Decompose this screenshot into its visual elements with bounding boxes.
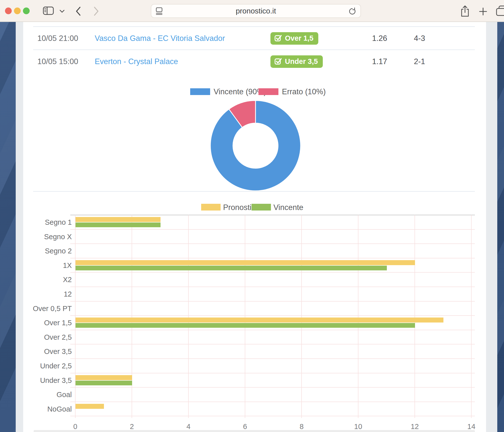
gridline-h — [70, 344, 475, 344]
tabs-overview-icon[interactable] — [496, 5, 504, 16]
bar-vincente-segno-1 — [76, 222, 161, 227]
bar-vincente-over-1-5 — [76, 323, 415, 328]
x-tick-label: 12 — [411, 423, 419, 431]
category-label: Under 3,5 — [23, 373, 72, 388]
category-label: NoGoal — [23, 402, 72, 416]
bar-pronostici-nogoal — [76, 404, 104, 409]
prediction-cell: Over 1,5 — [270, 32, 318, 45]
x-tick-label: 0 — [73, 423, 77, 431]
next-section-edge — [34, 430, 475, 432]
donut-chart — [207, 97, 304, 194]
forward-icon[interactable] — [93, 6, 99, 16]
category-label: Under 2,5 — [23, 359, 72, 373]
match-result: 2-1 — [400, 57, 439, 66]
category-label: Segno 2 — [23, 244, 72, 258]
gridline-h — [70, 330, 475, 330]
gridline-v — [75, 215, 76, 418]
x-tick-label: 4 — [186, 423, 190, 431]
x-tick-label: 6 — [243, 423, 247, 431]
prediction-badge: Over 1,5 — [270, 32, 318, 45]
x-tick-label: 14 — [467, 423, 475, 431]
category-label: Segno 1 — [23, 215, 72, 229]
legend-label-vincente-bar: Vincente — [273, 203, 303, 212]
section-divider — [33, 191, 475, 192]
prediction-cell: Under 3,5 — [270, 55, 323, 68]
x-tick-label: 2 — [130, 423, 134, 431]
odds-value: 1.26 — [360, 34, 400, 43]
bar-pronostici-over-1-5 — [76, 318, 443, 323]
chevron-down-icon[interactable] — [59, 10, 65, 13]
gridline-v — [471, 215, 472, 418]
category-label: 1X — [23, 258, 72, 273]
category-label: Over 2,5 — [23, 330, 72, 344]
table-row: 10/05 15:00 Everton - Crystal Palace Und… — [33, 50, 475, 73]
bar-vincente-1x — [76, 266, 387, 270]
bar-pronostici-segno-1 — [76, 217, 161, 222]
gridline-v — [188, 215, 189, 418]
gridline-h — [70, 416, 475, 416]
legend-swatch-pronostici — [201, 204, 221, 211]
close-button[interactable] — [5, 7, 12, 14]
bar-chart-category-axis: Segno 1Segno XSegno 21XX212Over 0,5 PTOv… — [23, 215, 72, 416]
category-label: Over 1,5 — [23, 316, 72, 330]
reload-icon[interactable] — [348, 7, 356, 15]
checkbox-checked-icon — [274, 58, 282, 65]
category-label: 12 — [23, 287, 72, 301]
desktop: pronostico.it — [0, 0, 504, 432]
page-content: 10/05 21:00 Vasco Da Gama - EC Vitoria S… — [23, 22, 486, 432]
x-tick-label: 8 — [300, 423, 304, 431]
zoom-button[interactable] — [23, 7, 30, 14]
gridline-h — [70, 315, 475, 316]
category-label: Segno X — [23, 229, 72, 244]
match-datetime: 10/05 15:00 — [37, 57, 78, 66]
checkbox-checked-icon — [274, 34, 282, 42]
share-icon[interactable] — [460, 5, 470, 17]
category-label: Over 3,5 — [23, 344, 72, 359]
gridline-h — [70, 373, 475, 373]
prediction-label: Over 1,5 — [285, 34, 313, 42]
category-label: X2 — [23, 272, 72, 287]
bar-pronostici-under-3-5 — [76, 375, 132, 380]
legend-swatch-vincente-bar — [252, 204, 271, 211]
legend-label-errato: Errato (10%) — [282, 87, 326, 96]
gridline-h — [70, 229, 475, 230]
gridline-h — [70, 358, 475, 359]
bar-chart-plot — [75, 215, 475, 416]
gridline-h — [70, 215, 475, 215]
gridline-h — [70, 301, 475, 302]
browser-toolbar: pronostico.it — [0, 0, 504, 22]
x-tick-label: 10 — [354, 423, 362, 431]
match-result: 4-3 — [400, 34, 439, 43]
address-bar[interactable]: pronostico.it — [151, 4, 361, 18]
window-edge-left — [16, 22, 23, 432]
table-row: 10/05 21:00 Vasco Da Gama - EC Vitoria S… — [33, 27, 475, 50]
gridline-v — [415, 215, 415, 418]
legend-swatch-vincente — [190, 88, 210, 95]
match-link[interactable]: Everton - Crystal Palace — [95, 57, 178, 66]
bar-pronostici-1x — [76, 260, 415, 265]
odds-value: 1.17 — [360, 57, 400, 66]
bar-vincente-under-3-5 — [76, 381, 132, 385]
gridline-h — [70, 387, 475, 388]
gridline-v — [358, 215, 358, 418]
category-label: Goal — [23, 387, 72, 402]
gridline-v — [301, 215, 302, 418]
prediction-label: Under 3,5 — [285, 57, 318, 66]
match-link[interactable]: Vasco Da Gama - EC Vitoria Salvador — [95, 34, 225, 43]
gridline-v — [132, 215, 132, 418]
back-icon[interactable] — [75, 6, 81, 16]
gridline-h — [70, 243, 475, 244]
prediction-badge: Under 3,5 — [270, 55, 323, 68]
match-datetime: 10/05 21:00 — [37, 34, 78, 43]
category-label: Over 0,5 PT — [23, 301, 72, 316]
gridline-h — [70, 272, 475, 273]
gridline-h — [70, 287, 475, 287]
gridline-h — [70, 258, 475, 258]
gridline-h — [70, 402, 475, 402]
legend-swatch-errato — [258, 88, 278, 95]
sidebar-toggle-icon[interactable] — [43, 6, 54, 15]
minimize-button[interactable] — [14, 7, 21, 14]
url-text: pronostico.it — [151, 4, 360, 17]
window-edge-right — [486, 22, 497, 432]
new-tab-icon[interactable] — [479, 7, 488, 16]
